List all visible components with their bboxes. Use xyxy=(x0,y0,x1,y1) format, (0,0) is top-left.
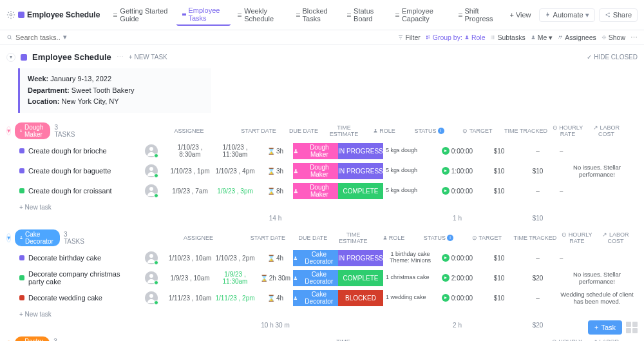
add-view-button[interactable]: + View xyxy=(504,8,536,21)
col-due[interactable]: DUE DATE xyxy=(281,128,327,134)
view-tab[interactable]: Blocked Tasks xyxy=(290,4,341,26)
col-issues[interactable]: ⚑ ISSUES xyxy=(635,235,644,241)
task-row[interactable]: Create dough for croissant1/9/23 , 7am1/… xyxy=(6,181,638,201)
col-assignee[interactable]: ASSIGNEE xyxy=(84,235,213,241)
settings-icon[interactable] xyxy=(6,10,15,19)
expand-icon[interactable]: ▾ xyxy=(6,53,15,62)
share-button[interactable]: Share xyxy=(599,8,638,22)
status-pill[interactable]: BLOCKED xyxy=(338,290,383,306)
col-assignee[interactable]: ASSIGNEE xyxy=(75,128,204,134)
labor-cost[interactable]: – xyxy=(518,148,557,155)
col-role[interactable]: ROLE xyxy=(371,235,416,241)
search-input[interactable] xyxy=(15,34,61,41)
hourly-rate[interactable]: $10 xyxy=(480,275,518,282)
labor-cost[interactable]: – xyxy=(518,295,557,302)
target-cell[interactable]: 5 kgs dough xyxy=(383,188,435,194)
issues-cell[interactable]: No issues. Stellar performance! xyxy=(557,271,634,285)
time-estimate[interactable]: ⌛ 8h xyxy=(258,188,293,195)
time-estimate[interactable]: ⌛ 4h xyxy=(258,295,293,302)
avatar[interactable] xyxy=(145,291,158,304)
target-cell[interactable]: 1 birthday cake Theme: Minions xyxy=(383,251,435,264)
col-est[interactable]: TIME ESTIMATE xyxy=(325,338,361,341)
new-task-button[interactable]: + NEW TASK xyxy=(129,54,167,61)
target-cell[interactable]: 5 kgs dough xyxy=(383,148,435,154)
avatar[interactable] xyxy=(145,164,158,177)
time-tracked[interactable]: 2:00:00 xyxy=(435,274,480,282)
issues-cell[interactable]: – xyxy=(557,255,634,262)
start-date[interactable]: 1/9/23 , 10am xyxy=(167,275,213,282)
me-button[interactable]: Me ▾ xyxy=(531,34,553,41)
col-start[interactable]: START DATE xyxy=(236,128,281,134)
start-date[interactable]: 1/10/23 , 10am xyxy=(167,255,213,262)
view-tab[interactable]: Shift Progress xyxy=(453,4,502,26)
col-hourly[interactable]: ⊙ HOURLY RATE xyxy=(549,124,587,137)
hourly-rate[interactable]: $10 xyxy=(480,295,518,302)
role-pill[interactable]: Dough Maker xyxy=(293,143,338,159)
labor-cost[interactable]: $10 xyxy=(518,168,557,175)
view-tab[interactable]: Weekly Schedule xyxy=(232,4,289,26)
more-button[interactable]: ⋯ xyxy=(630,34,638,41)
issues-cell[interactable]: – xyxy=(557,188,634,195)
time-estimate[interactable]: ⌛ 2h 30m xyxy=(258,275,293,282)
start-date[interactable]: 1/9/23 , 7am xyxy=(167,188,213,195)
task-name[interactable]: Decorate birthday cake xyxy=(6,254,135,262)
col-labor[interactable]: ↗ LABOR COST xyxy=(586,338,625,341)
task-name[interactable]: Create dough for croissant xyxy=(6,187,135,195)
col-target[interactable]: ⊙ TARGET xyxy=(452,128,504,134)
col-issues[interactable]: ⚑ ISSUES xyxy=(626,128,644,134)
hourly-rate[interactable]: $10 xyxy=(480,168,518,175)
task-row[interactable]: Decorate wedding cake1/11/23 , 10am1/11/… xyxy=(6,288,638,308)
group-badge[interactable]: Dough Maker xyxy=(15,122,50,139)
search-box[interactable]: ▾ xyxy=(6,33,71,41)
hourly-rate[interactable]: $10 xyxy=(480,148,518,155)
time-tracked[interactable]: 0:00:00 xyxy=(435,294,480,302)
col-labor[interactable]: ↗ LABOR COST xyxy=(596,231,635,244)
show-button[interactable]: Show xyxy=(601,34,625,41)
due-date[interactable]: 1/11/23 , 2pm xyxy=(213,295,258,302)
time-tracked[interactable]: 0:00:00 xyxy=(435,254,480,262)
role-pill[interactable]: Cake Decorator xyxy=(293,250,338,266)
col-hourly[interactable]: ⊙ HOURLY RATE xyxy=(547,338,586,341)
col-labor[interactable]: ↗ LABOR COST xyxy=(587,124,626,137)
view-tab[interactable]: Employee Capacity xyxy=(390,4,451,26)
status-pill[interactable]: IN PROGRESS xyxy=(338,143,383,159)
task-name[interactable]: Decorate wedding cake xyxy=(6,294,135,302)
status-pill[interactable]: IN PROGRESS xyxy=(338,250,383,266)
group-badge[interactable]: Cake Decorator xyxy=(15,229,60,246)
time-estimate[interactable]: ⌛ 3h xyxy=(258,148,293,155)
due-date[interactable]: 1/9/23 , 11:30am xyxy=(213,271,258,285)
avatar[interactable] xyxy=(145,184,158,197)
filter-button[interactable]: Filter xyxy=(398,34,420,41)
task-name[interactable]: Decorate company christmas party cake xyxy=(6,270,135,286)
view-tab[interactable]: Getting Started Guide xyxy=(108,4,175,26)
time-tracked[interactable]: 1:00:00 xyxy=(435,167,480,175)
list-name[interactable]: Employee Schedule xyxy=(32,52,111,62)
role-pill[interactable]: Dough Maker xyxy=(293,163,338,179)
labor-cost[interactable]: $20 xyxy=(518,275,557,282)
time-tracked[interactable]: 0:00:00 xyxy=(435,147,480,155)
due-date[interactable]: 1/10/23 , 4pm xyxy=(213,168,258,175)
due-date[interactable]: 1/9/23 , 3pm xyxy=(213,188,258,195)
role-pill[interactable]: Cake Decorator xyxy=(293,290,338,306)
task-row[interactable]: Create dough for brioche1/10/23 , 8:30am… xyxy=(6,141,638,161)
status-pill[interactable]: IN PROGRESS xyxy=(338,163,383,179)
col-est[interactable]: TIME ESTIMATE xyxy=(336,231,371,244)
new-task-row[interactable]: + New task xyxy=(6,201,638,213)
time-estimate[interactable]: ⌛ 3h xyxy=(258,168,293,175)
task-row[interactable]: Decorate company christmas party cake1/9… xyxy=(6,268,638,288)
role-pill[interactable]: Dough Maker xyxy=(293,183,338,199)
apps-button[interactable] xyxy=(626,322,638,333)
hourly-rate[interactable]: $10 xyxy=(480,255,518,262)
col-role[interactable]: ROLE xyxy=(362,128,407,134)
collapse-button[interactable]: ▾ xyxy=(6,233,11,242)
col-est[interactable]: TIME ESTIMATE xyxy=(327,124,362,137)
task-name[interactable]: Create dough for baguette xyxy=(6,167,135,175)
hourly-rate[interactable]: $10 xyxy=(480,188,518,195)
new-task-fab[interactable]: + Task xyxy=(588,320,622,335)
target-cell[interactable]: 1 wedding cake xyxy=(383,295,435,301)
col-status[interactable]: STATUS i xyxy=(407,128,452,134)
col-tracked[interactable]: TIME TRACKED xyxy=(513,235,558,241)
labor-cost[interactable]: – xyxy=(518,188,557,195)
target-cell[interactable]: 1 christmas cake xyxy=(383,275,435,281)
due-date[interactable]: 1/10/23 , 2pm xyxy=(213,255,258,262)
